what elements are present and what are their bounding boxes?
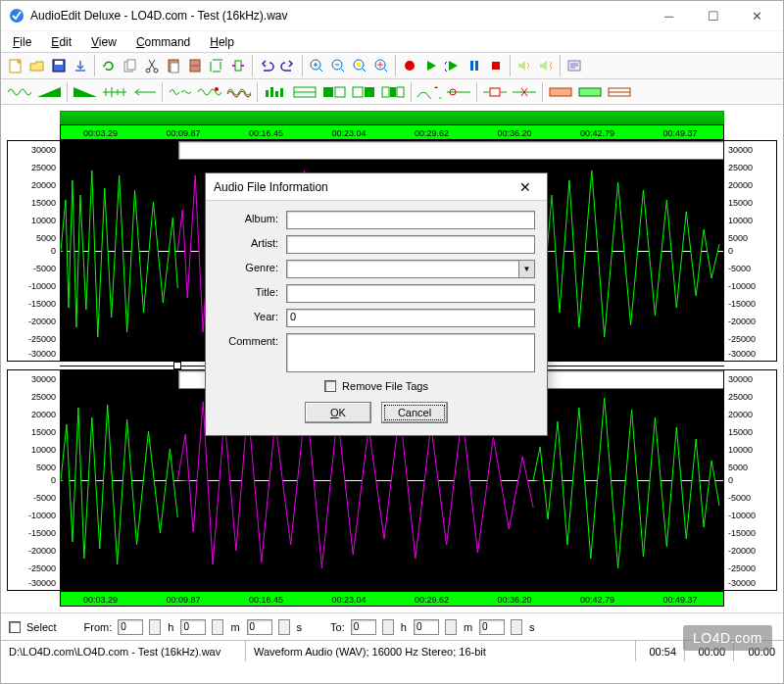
- fx-highpass-icon[interactable]: [349, 82, 378, 102]
- menu-command[interactable]: Command: [128, 33, 198, 51]
- pause-icon[interactable]: [464, 55, 485, 76]
- to-s-input[interactable]: 0: [479, 619, 505, 635]
- fx-silence-ins-icon[interactable]: [480, 82, 510, 102]
- to-s-spin[interactable]: [511, 619, 522, 635]
- artist-input[interactable]: [286, 235, 535, 254]
- cut-icon[interactable]: [141, 55, 163, 76]
- paste-mix-icon[interactable]: [184, 55, 206, 76]
- svg-rect-19: [475, 61, 478, 71]
- close-button[interactable]: ✕: [735, 2, 779, 29]
- svg-rect-36: [490, 88, 500, 96]
- refresh-icon[interactable]: [98, 55, 120, 76]
- dialog-title-bar[interactable]: Audio File Information ✕: [206, 173, 547, 201]
- to-m-input[interactable]: 0: [414, 619, 439, 635]
- record-icon[interactable]: [399, 55, 420, 76]
- time-ruler-bottom[interactable]: 00:03.29 00:09.87 00:16.45 00:23.04 00:2…: [60, 591, 724, 607]
- svg-point-6: [146, 69, 150, 73]
- from-label: From:: [84, 621, 113, 633]
- comment-input[interactable]: [286, 333, 535, 372]
- album-label: Album:: [218, 211, 286, 224]
- to-h-input[interactable]: 0: [351, 619, 376, 635]
- paste-icon[interactable]: [163, 55, 184, 76]
- fx-eq-icon[interactable]: [261, 82, 290, 102]
- title-input[interactable]: [286, 284, 535, 303]
- window-title: AudioEdit Deluxe - LO4D.com - Test (16kH…: [30, 9, 288, 23]
- album-input[interactable]: [286, 211, 535, 229]
- fx-normalize-icon[interactable]: [100, 82, 129, 102]
- remove-tags-checkbox[interactable]: [324, 380, 336, 392]
- fx-echo-icon[interactable]: [166, 82, 195, 102]
- undo-icon[interactable]: [256, 55, 277, 76]
- menu-view[interactable]: View: [83, 33, 124, 51]
- watermark: LO4D.com: [683, 625, 772, 651]
- crop-icon[interactable]: [206, 55, 227, 76]
- svg-rect-33: [390, 87, 396, 97]
- trim-icon[interactable]: [227, 55, 249, 76]
- fx-pitch-icon[interactable]: [415, 82, 444, 102]
- fx-chorus-icon[interactable]: [195, 82, 224, 102]
- save-icon[interactable]: [48, 55, 70, 76]
- genre-label: Genre:: [218, 260, 286, 273]
- new-icon[interactable]: [5, 55, 26, 76]
- speaker-icon[interactable]: [514, 55, 535, 76]
- fx-reverse-icon[interactable]: [129, 82, 159, 102]
- zoom-sel-icon[interactable]: [349, 55, 370, 76]
- zoom-in-icon[interactable]: [306, 55, 327, 76]
- from-h-input[interactable]: 0: [118, 619, 143, 635]
- ok-button[interactable]: OK: [305, 402, 371, 423]
- redo-icon[interactable]: [277, 55, 299, 76]
- fx-fade-in-icon[interactable]: [34, 82, 64, 102]
- fx-fade-out-icon[interactable]: [71, 82, 100, 102]
- menu-file[interactable]: File: [5, 33, 39, 51]
- svg-rect-28: [323, 87, 333, 97]
- fx-marker-a-icon[interactable]: [546, 82, 575, 102]
- export-icon[interactable]: [70, 55, 91, 76]
- year-input[interactable]: 0: [286, 309, 535, 327]
- fx-marker-b-icon[interactable]: [575, 82, 605, 102]
- menu-help[interactable]: Help: [202, 33, 242, 51]
- fx-marker-c-icon[interactable]: [605, 82, 634, 102]
- zoom-fit-icon[interactable]: [370, 55, 392, 76]
- mixer-icon[interactable]: [535, 55, 557, 76]
- from-m-spin[interactable]: [212, 619, 223, 635]
- genre-select[interactable]: ▼: [286, 260, 535, 278]
- fx-flange-icon[interactable]: [224, 82, 254, 102]
- svg-point-7: [154, 69, 158, 73]
- dialog-close-icon[interactable]: ✕: [512, 175, 539, 199]
- play-icon[interactable]: [420, 55, 442, 76]
- y-scale-left: 30000 25000 20000 15000 10000 5000 0 -50…: [7, 140, 60, 362]
- minimize-button[interactable]: ─: [647, 2, 691, 29]
- time-ruler-top[interactable]: 00:03.29 00:09.87 00:16.45 00:23.04 00:2…: [60, 124, 724, 140]
- from-h-spin[interactable]: [149, 619, 161, 635]
- y-scale-right: 30000 25000 20000 15000 10000 5000 0 -50…: [724, 140, 777, 362]
- fx-filter-icon[interactable]: [290, 82, 319, 102]
- from-s-input[interactable]: 0: [247, 619, 272, 635]
- svg-rect-5: [127, 60, 135, 70]
- svg-point-22: [215, 87, 219, 91]
- fx-tempo-icon[interactable]: [444, 82, 473, 102]
- open-icon[interactable]: [26, 55, 48, 76]
- from-m-input[interactable]: 0: [180, 619, 206, 635]
- from-s-spin[interactable]: [278, 619, 290, 635]
- menu-edit[interactable]: Edit: [43, 33, 79, 51]
- select-checkbox[interactable]: [9, 621, 21, 633]
- play-loop-icon[interactable]: [442, 55, 464, 76]
- svg-rect-25: [275, 91, 278, 97]
- copy-icon[interactable]: [120, 55, 141, 76]
- fx-bandpass-icon[interactable]: [378, 82, 408, 102]
- fx-amplify-icon[interactable]: [5, 82, 34, 102]
- to-label: To:: [330, 621, 345, 633]
- fx-silence-del-icon[interactable]: [510, 82, 539, 102]
- maximize-button[interactable]: ☐: [691, 2, 735, 29]
- settings-icon[interactable]: [564, 55, 585, 76]
- fx-lowpass-icon[interactable]: [319, 82, 349, 102]
- cancel-button[interactable]: Cancel: [381, 402, 448, 423]
- audio-file-info-dialog: Audio File Information ✕ Album: Artist: …: [205, 172, 548, 436]
- status-length: 00:54: [636, 641, 685, 661]
- position-bar[interactable]: [60, 111, 724, 124]
- to-m-spin[interactable]: [445, 619, 457, 635]
- to-h-spin[interactable]: [382, 619, 394, 635]
- stop-icon[interactable]: [485, 55, 507, 76]
- zoom-out-icon[interactable]: [327, 55, 349, 76]
- chevron-down-icon[interactable]: ▼: [518, 261, 534, 277]
